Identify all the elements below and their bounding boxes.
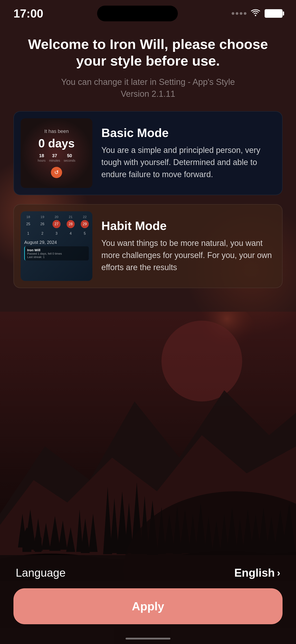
home-indicator xyxy=(126,638,170,640)
basic-mode-card[interactable]: It has been 0 days 18 hours 37 minutes 5… xyxy=(13,111,283,195)
chevron-right-icon: › xyxy=(277,567,280,578)
language-value-text: English xyxy=(234,566,275,579)
habit-mode-card[interactable]: 18 19 20 21 22 25 26 27 28 29 1 2 3 4 5 … xyxy=(13,204,283,288)
basic-mode-desc: You are a simple and principled person, … xyxy=(101,144,275,180)
svg-rect-12 xyxy=(35,538,41,552)
habit-info-box: Iron Will Passed 1 days, fell 0 times La… xyxy=(24,246,89,260)
basic-mode-preview: It has been 0 days 18 hours 37 minutes 5… xyxy=(21,118,92,188)
calendar-row-2: 25 26 27 28 29 xyxy=(24,220,89,228)
status-icons xyxy=(232,8,283,19)
language-label: Language xyxy=(16,566,65,579)
notch xyxy=(97,6,178,21)
habit-title: Iron Will xyxy=(27,248,87,252)
language-selector[interactable]: English › xyxy=(234,566,280,579)
habit-detail-1: Passed 1 days, fell 0 times xyxy=(27,252,87,255)
battery-icon xyxy=(265,9,283,18)
svg-point-42 xyxy=(255,15,256,16)
basic-mode-text: Basic Mode You are a simple and principl… xyxy=(101,126,275,180)
habit-mode-desc: You want things to be more natural, you … xyxy=(101,237,275,274)
habit-mode-preview: 18 19 20 21 22 25 26 27 28 29 1 2 3 4 5 … xyxy=(21,211,92,281)
main-content: Welcome to Iron Will, please choose your… xyxy=(0,22,296,288)
days-count: 0 days xyxy=(38,136,75,150)
welcome-header: Welcome to Iron Will, please choose your… xyxy=(13,22,283,111)
basic-mode-title: Basic Mode xyxy=(101,126,275,140)
habit-detail-2: Last streak: 1 xyxy=(27,255,87,259)
language-row[interactable]: Language English › xyxy=(0,555,296,586)
svg-rect-10 xyxy=(22,536,31,552)
bottom-section: Language English › Apply xyxy=(0,555,296,644)
habit-mode-text: Habit Mode You want things to be more na… xyxy=(101,219,275,274)
apply-button[interactable]: Apply xyxy=(13,588,283,624)
time-row: 18 hours 37 minutes 50 seconds xyxy=(38,153,75,162)
it-has-been-text: It has been xyxy=(44,128,69,134)
header-title: Welcome to Iron Will, please choose your… xyxy=(18,36,278,70)
habit-mode-title: Habit Mode xyxy=(101,219,275,233)
calendar-date: August 29, 2024 xyxy=(24,240,89,245)
wifi-icon xyxy=(251,8,261,19)
calendar-header-row: 18 19 20 21 22 xyxy=(24,215,89,219)
signal-icon xyxy=(232,12,246,15)
status-bar: 17:00 xyxy=(0,0,296,22)
header-subtitle: You can change it later in Setting - App… xyxy=(18,76,278,100)
status-time: 17:00 xyxy=(13,7,43,20)
calendar-row-3: 1 2 3 4 5 xyxy=(24,230,89,238)
refresh-icon: ↺ xyxy=(51,167,62,178)
